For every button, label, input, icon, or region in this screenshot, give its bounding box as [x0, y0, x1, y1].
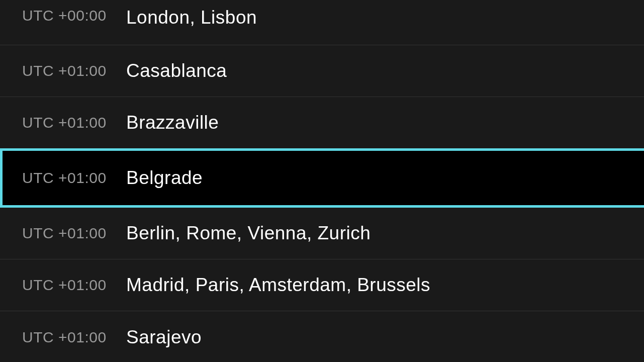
timezone-offset: UTC +01:00	[22, 169, 126, 187]
timezone-offset: UTC +01:00	[22, 62, 126, 79]
timezone-row[interactable]: UTC +00:00 London, Lisbon	[0, 0, 644, 45]
timezone-offset: UTC +01:00	[22, 114, 126, 131]
timezone-row[interactable]: UTC +01:00 Berlin, Rome, Vienna, Zurich	[0, 208, 644, 259]
timezone-cities: Casablanca	[126, 60, 227, 81]
timezone-cities: Belgrade	[126, 167, 203, 189]
timezone-cities: Brazzaville	[126, 112, 219, 133]
timezone-row[interactable]: UTC +01:00 Casablanca	[0, 45, 644, 97]
timezone-cities: Sarajevo	[126, 327, 202, 348]
timezone-row[interactable]: UTC +01:00 Madrid, Paris, Amsterdam, Bru…	[0, 259, 644, 311]
timezone-offset: UTC +01:00	[22, 329, 126, 346]
timezone-row-selected[interactable]: UTC +01:00 Belgrade	[0, 148, 644, 208]
timezone-cities: Madrid, Paris, Amsterdam, Brussels	[126, 275, 430, 296]
timezone-cities: Berlin, Rome, Vienna, Zurich	[126, 223, 371, 244]
timezone-offset: UTC +01:00	[22, 277, 126, 294]
timezone-row[interactable]: UTC +01:00 Sarajevo	[0, 311, 644, 362]
timezone-cities: London, Lisbon	[126, 0, 257, 28]
timezone-offset: UTC +00:00	[22, 0, 126, 24]
timezone-row[interactable]: UTC +01:00 Brazzaville	[0, 97, 644, 149]
timezone-list: UTC +00:00 London, Lisbon UTC +01:00 Cas…	[0, 0, 644, 362]
timezone-offset: UTC +01:00	[22, 225, 126, 242]
